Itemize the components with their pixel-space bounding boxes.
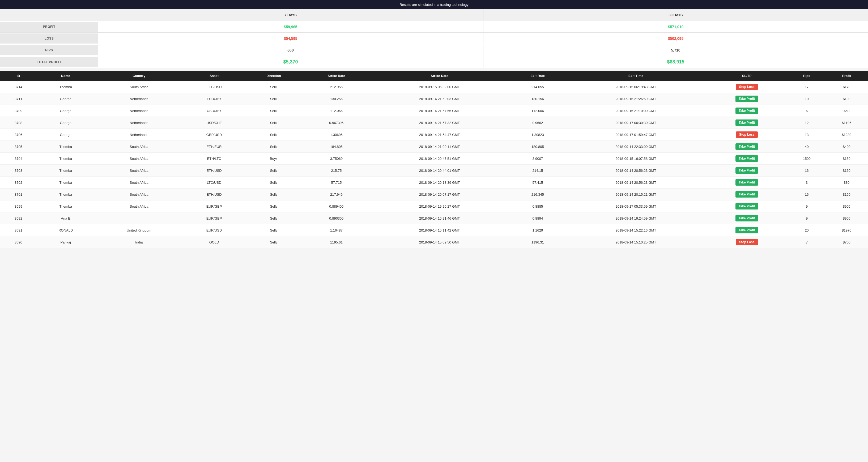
take-profit-button[interactable]: Take Profit bbox=[736, 143, 758, 150]
cell-strike-rate: 57.715 bbox=[303, 176, 370, 189]
cell-name: George bbox=[37, 117, 95, 129]
pips-label: PIPS bbox=[0, 45, 98, 55]
profit-30days: $571,010 bbox=[483, 22, 868, 32]
take-profit-button[interactable]: Take Profit bbox=[736, 215, 758, 222]
cell-direction: Sell↓ bbox=[245, 141, 303, 153]
cell-strike-date: 2018-09-14 21:59:03 GMT bbox=[370, 93, 509, 105]
cell-exit-rate: 0.9662 bbox=[509, 117, 566, 129]
cell-country: Netherlands bbox=[95, 117, 184, 129]
table-row: 3705ThembaSouth AfricaETH/EURSell↓184.80… bbox=[0, 141, 868, 153]
cell-country: India bbox=[95, 236, 184, 248]
take-profit-button[interactable]: Take Profit bbox=[736, 191, 758, 198]
cell-name: George bbox=[37, 93, 95, 105]
cell-exit-rate: 1.30823 bbox=[509, 129, 566, 141]
cell-name: George bbox=[37, 105, 95, 117]
col-asset: Asset bbox=[184, 71, 245, 81]
cell-name: Themba bbox=[37, 81, 95, 93]
cell-name: Themba bbox=[37, 153, 95, 165]
cell-profit: $30 bbox=[825, 176, 868, 189]
cell-sltp: Take Profit bbox=[705, 200, 788, 212]
take-profit-button[interactable]: Take Profit bbox=[736, 203, 758, 209]
cell-id: 3704 bbox=[0, 153, 37, 165]
table-section: ID Name Country Asset Direction Strike R… bbox=[0, 71, 868, 248]
table-row: 3711GeorgeNetherlandsEUR/JPYSell↓130.256… bbox=[0, 93, 868, 105]
cell-country: South Africa bbox=[95, 153, 184, 165]
cell-name: Themba bbox=[37, 176, 95, 189]
cell-name: Themba bbox=[37, 141, 95, 153]
cell-direction: Sell↓ bbox=[245, 165, 303, 176]
cell-exit-rate: 180.805 bbox=[509, 141, 566, 153]
cell-pips: 12 bbox=[788, 117, 825, 129]
stop-loss-button[interactable]: Stop Loss bbox=[736, 131, 758, 138]
take-profit-button[interactable]: Take Profit bbox=[736, 107, 758, 114]
cell-strike-date: 2018-09-14 20:18:39 GMT bbox=[370, 176, 509, 189]
cell-strike-rate: 184.805 bbox=[303, 141, 370, 153]
cell-asset: ETH/USD bbox=[184, 165, 245, 176]
cell-direction: Sell↓ bbox=[245, 236, 303, 248]
cell-name: George bbox=[37, 129, 95, 141]
pips-30days: 5,710 bbox=[483, 45, 868, 56]
table-row: 3699ThembaSouth AfricaEUR/GBPSell↓0.8894… bbox=[0, 200, 868, 212]
cell-direction: Sell↓ bbox=[245, 117, 303, 129]
cell-sltp: Take Profit bbox=[705, 117, 788, 129]
cell-asset: ETH/USD bbox=[184, 81, 245, 93]
cell-sltp: Take Profit bbox=[705, 105, 788, 117]
pips-7days: 600 bbox=[98, 45, 483, 56]
cell-exit-time: 2018-09-16 21:10:00 GMT bbox=[566, 105, 706, 117]
cell-exit-rate: 130.156 bbox=[509, 93, 566, 105]
col-direction: Direction bbox=[245, 71, 303, 81]
take-profit-button[interactable]: Take Profit bbox=[736, 96, 758, 102]
cell-strike-rate: 0.889405 bbox=[303, 200, 370, 212]
stop-loss-button[interactable]: Stop Loss bbox=[736, 84, 758, 90]
cell-exit-rate: 1196.31 bbox=[509, 236, 566, 248]
cell-strike-rate: 1.16487 bbox=[303, 224, 370, 236]
cell-strike-rate: 1195.61 bbox=[303, 236, 370, 248]
take-profit-button[interactable]: Take Profit bbox=[736, 167, 758, 174]
top-bar-message: Results are simulated in a trading techn… bbox=[400, 3, 468, 7]
cell-pips: 40 bbox=[788, 141, 825, 153]
cell-asset: USD/JPY bbox=[184, 105, 245, 117]
table-header-row: ID Name Country Asset Direction Strike R… bbox=[0, 71, 868, 81]
col-exit-rate: Exit Rate bbox=[509, 71, 566, 81]
cell-strike-date: 2018-09-14 15:09:50 GMT bbox=[370, 236, 509, 248]
cell-direction: Sell↓ bbox=[245, 93, 303, 105]
col-profit: Profit bbox=[825, 71, 868, 81]
take-profit-button[interactable]: Take Profit bbox=[736, 227, 758, 233]
table-row: 3709GeorgeNetherlandsUSD/JPYSell↓112.066… bbox=[0, 105, 868, 117]
cell-id: 3690 bbox=[0, 236, 37, 248]
cell-strike-date: 2018-09-14 15:21:46 GMT bbox=[370, 212, 509, 224]
cell-exit-rate: 112.006 bbox=[509, 105, 566, 117]
cell-pips: 10 bbox=[788, 93, 825, 105]
cell-profit: $160 bbox=[825, 189, 868, 200]
cell-sltp: Take Profit bbox=[705, 153, 788, 165]
cell-name: Themba bbox=[37, 165, 95, 176]
cell-pips: 9 bbox=[788, 200, 825, 212]
cell-asset: ETH/LTC bbox=[184, 153, 245, 165]
col-country: Country bbox=[95, 71, 184, 81]
take-profit-button[interactable]: Take Profit bbox=[736, 155, 758, 162]
cell-country: Netherlands bbox=[95, 93, 184, 105]
cell-pips: 9 bbox=[788, 212, 825, 224]
stop-loss-button[interactable]: Stop Loss bbox=[736, 239, 758, 245]
cell-exit-rate: 0.8885 bbox=[509, 200, 566, 212]
cell-strike-date: 2018-09-14 19:20:27 GMT bbox=[370, 200, 509, 212]
days7-header: 7 DAYS bbox=[98, 10, 483, 20]
cell-strike-date: 2018-09-14 15:11:42 GMT bbox=[370, 224, 509, 236]
take-profit-button[interactable]: Take Profit bbox=[736, 179, 758, 186]
cell-country: South Africa bbox=[95, 189, 184, 200]
cell-profit: $400 bbox=[825, 141, 868, 153]
cell-name: Ana E bbox=[37, 212, 95, 224]
cell-strike-rate: 0.967395 bbox=[303, 117, 370, 129]
cell-direction: Buy↑ bbox=[245, 153, 303, 165]
cell-id: 3714 bbox=[0, 81, 37, 93]
cell-direction: Sell↓ bbox=[245, 224, 303, 236]
cell-profit: $905 bbox=[825, 212, 868, 224]
cell-profit: $170 bbox=[825, 81, 868, 93]
cell-sltp: Take Profit bbox=[705, 189, 788, 200]
cell-id: 3711 bbox=[0, 93, 37, 105]
cell-name: Pankaj bbox=[37, 236, 95, 248]
col-strike-rate: Strike Rate bbox=[303, 71, 370, 81]
take-profit-button[interactable]: Take Profit bbox=[736, 120, 758, 126]
cell-asset: EUR/GBP bbox=[184, 200, 245, 212]
table-row: 3702ThembaSouth AfricaLTC/USDSell↓57.715… bbox=[0, 176, 868, 189]
